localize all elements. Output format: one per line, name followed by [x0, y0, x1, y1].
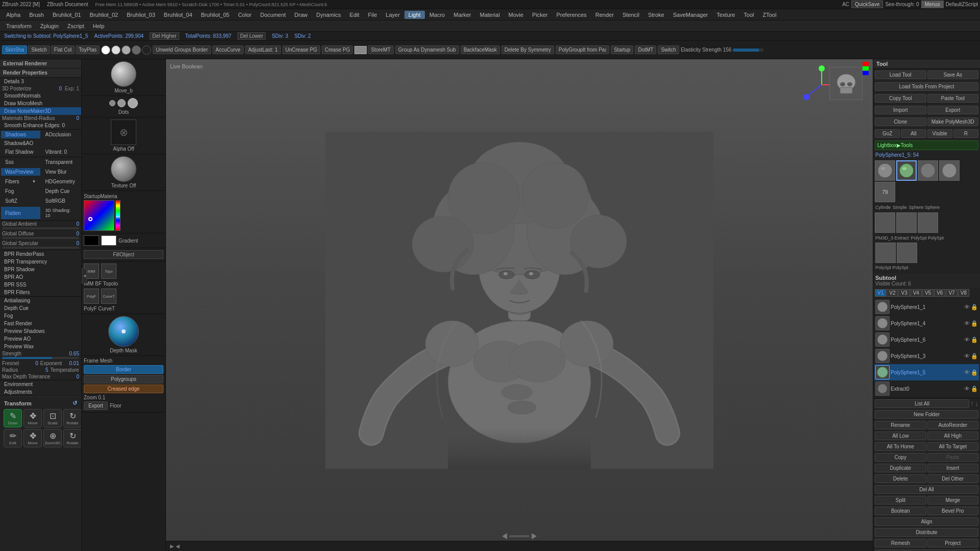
menu-stroke[interactable]: Stroke: [644, 11, 668, 19]
scale-btn[interactable]: ⊡ Scale: [43, 409, 62, 427]
uncrease-pg-btn[interactable]: UnCrease PG: [282, 45, 320, 54]
eye-icon-6[interactable]: 👁: [964, 337, 970, 343]
thumb-polyspt2[interactable]: [918, 212, 938, 233]
adjustments-item[interactable]: Adjustments: [0, 388, 81, 396]
menu-savemgr[interactable]: SaveManager: [669, 11, 712, 19]
menu-preferences[interactable]: Preferences: [553, 11, 591, 19]
vibrant-btn[interactable]: Vibrant: 0: [41, 148, 81, 156]
project-btn[interactable]: Project: [927, 539, 979, 547]
global-ambient-slider[interactable]: [2, 227, 79, 229]
menu-tool[interactable]: Tool: [739, 11, 758, 19]
fillobject-btn[interactable]: FillObject: [84, 250, 163, 259]
sphere-darkgray[interactable]: [132, 45, 141, 55]
menu-macro[interactable]: Macro: [425, 11, 449, 19]
aocclusion-btn[interactable]: AOcclusion: [41, 131, 81, 138]
boolean-btn[interactable]: Boolean: [875, 507, 926, 515]
quicksave-button[interactable]: QuickSave: [851, 1, 883, 8]
del-higher-btn[interactable]: Del Higher: [150, 32, 179, 40]
lightbox-btn[interactable]: Lightbox▶Tools: [875, 140, 978, 150]
texture-sphere-preview[interactable]: [111, 156, 136, 182]
fibers-btn[interactable]: Fibers ▼: [1, 178, 40, 185]
del-all-btn[interactable]: Del All: [875, 485, 978, 494]
flat-shadow-btn[interactable]: Flat Shadow: [1, 148, 40, 156]
move2-btn[interactable]: ✥ Move: [23, 429, 42, 447]
group-as-btn[interactable]: Group As Dynamesh Sub: [395, 45, 459, 54]
canvas-viewport[interactable]: Live Boolean: [166, 59, 873, 541]
align-btn[interactable]: Align: [875, 517, 978, 526]
rename-btn[interactable]: Rename: [875, 421, 926, 429]
menu-ztool[interactable]: ZTool: [758, 11, 780, 19]
transform-refresh-icon[interactable]: ↺: [73, 400, 77, 406]
bpr-transparency[interactable]: BPR Transparency: [0, 258, 81, 266]
preview-ao-item[interactable]: Preview AO: [0, 335, 81, 343]
hdgeometry-btn[interactable]: HDGeometry: [41, 178, 81, 185]
skinsha-btn[interactable]: SkinSha: [2, 45, 27, 54]
menu-color[interactable]: Color: [234, 11, 255, 19]
import-btn[interactable]: Import: [875, 106, 926, 114]
subtool-item-4[interactable]: PolySphere1_4 👁 🔒: [874, 315, 979, 331]
antialiasing-item[interactable]: Antialiasing: [0, 297, 81, 304]
thumb-polysphere1[interactable]: [875, 160, 895, 181]
thumb-polyspt3[interactable]: [875, 243, 896, 263]
load-tools-project-btn[interactable]: Load Tools From Project: [875, 82, 978, 91]
menu-zscript[interactable]: Zscript: [63, 22, 88, 30]
vis-v8[interactable]: V8: [958, 289, 969, 297]
vis-v5[interactable]: V5: [922, 289, 934, 297]
menu-bruhliot04[interactable]: Bruhliot_04: [160, 11, 197, 19]
adjustlast-btn[interactable]: AdjustLast: 1: [245, 45, 281, 54]
border-btn[interactable]: Border: [84, 365, 163, 374]
3dshading-btn[interactable]: 3D Shading: 10: [41, 207, 81, 219]
draw-noisemaker[interactable]: Draw NoiseMaker3D: [0, 107, 81, 115]
eye-icon-extract[interactable]: 👁: [964, 386, 970, 392]
menu-texture[interactable]: Texture: [712, 11, 739, 19]
render-props-header[interactable]: Render Properties: [0, 68, 81, 78]
load-tool-btn[interactable]: Load Tool: [875, 70, 926, 79]
eye-icon-3[interactable]: 👁: [964, 353, 970, 360]
nav-prev-btn[interactable]: [502, 533, 507, 539]
bevel-pro-btn[interactable]: Bevel Pro: [927, 507, 979, 515]
thumb-active[interactable]: [896, 160, 917, 181]
distribute-btn[interactable]: Distribute: [875, 528, 978, 537]
topolo-icon[interactable]: Topo: [101, 263, 116, 279]
smooth-enhance[interactable]: Smooth Enhance Edges: 0: [0, 122, 81, 129]
shadows-btn[interactable]: Shadows: [1, 131, 40, 138]
depthcue-btn[interactable]: Depth Cue: [41, 187, 81, 195]
thumb-polyspt4[interactable]: [897, 243, 917, 263]
menu-zplugin[interactable]: Zplugin: [36, 22, 63, 30]
menu-movie[interactable]: Movie: [505, 11, 528, 19]
menu-bruhliot01[interactable]: Bruhliot_01: [49, 11, 85, 19]
eye-icon-4[interactable]: 👁: [964, 320, 970, 327]
duplicate-btn[interactable]: Duplicate: [875, 464, 926, 472]
arrow-up-icon[interactable]: ↑: [970, 399, 974, 408]
dotmt-btn[interactable]: DotMT: [635, 45, 656, 54]
zoom3d-btn[interactable]: ⊕ Zoom3D: [43, 429, 62, 447]
alllow-btn[interactable]: All Low: [875, 432, 926, 440]
paste-sub-btn[interactable]: Paste: [927, 453, 979, 462]
menu-edit[interactable]: Edit: [346, 11, 364, 19]
make-polymesh-btn[interactable]: Make PolyMesh3D: [927, 117, 979, 126]
shadow-and-ao[interactable]: Shadow&AO: [0, 139, 81, 147]
draw-micromesh[interactable]: Draw MicroMesh: [0, 100, 81, 107]
preview-wax-item[interactable]: Preview Wax: [0, 343, 81, 350]
delete-btn[interactable]: Delete: [875, 474, 926, 483]
menus-button[interactable]: Menus: [921, 1, 944, 8]
lock-icon-6[interactable]: 🔒: [971, 337, 978, 343]
del-other-btn[interactable]: Del Other: [927, 474, 979, 483]
subtool-item-3[interactable]: PolySphere1_3 👁 🔒: [874, 348, 979, 364]
alltohome-btn[interactable]: All To Home: [875, 442, 926, 451]
merge-btn[interactable]: Merge: [927, 496, 979, 505]
vis-v4[interactable]: V4: [911, 289, 922, 297]
softrgb-btn[interactable]: SoftRGB: [41, 197, 81, 205]
polygroup-from-btn[interactable]: PolyGroupIt from Paı: [556, 45, 609, 54]
hue-slider[interactable]: [115, 200, 121, 231]
menu-layer[interactable]: Layer: [381, 11, 404, 19]
export-btn[interactable]: Export: [84, 401, 108, 410]
depth-mask-preview[interactable]: [108, 316, 139, 347]
sphere-white[interactable]: [101, 45, 110, 55]
lock-icon-3[interactable]: 🔒: [971, 353, 978, 360]
waxpreview-btn[interactable]: WaxPreview: [1, 168, 40, 176]
bpr-renderpass[interactable]: BPR RenderPass: [0, 250, 81, 258]
lock-icon-1[interactable]: 🔒: [971, 304, 978, 310]
edit-btn[interactable]: ✏ Edit: [4, 429, 22, 447]
export-btn[interactable]: Export: [927, 106, 979, 114]
